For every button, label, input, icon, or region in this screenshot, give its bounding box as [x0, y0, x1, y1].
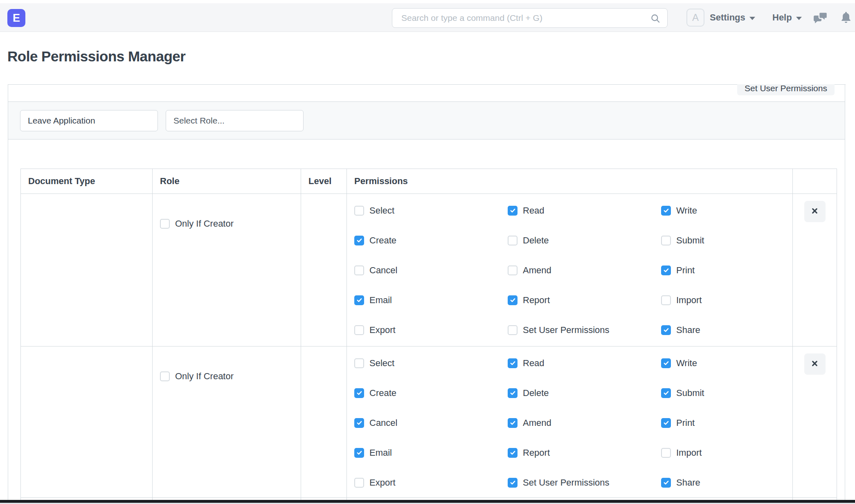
permission-checkbox-submit-label: Submit [676, 235, 704, 246]
settings-label: Settings [710, 12, 745, 23]
app-logo[interactable]: E [7, 9, 25, 27]
set-user-permissions-button[interactable]: Set User Permissions [737, 84, 835, 95]
permission-checkbox-select[interactable]: Select [354, 205, 508, 216]
checkbox-checked-icon[interactable] [354, 388, 364, 398]
permission-checkbox-delete[interactable]: Delete [508, 388, 661, 398]
checkbox-checked-icon[interactable] [661, 358, 671, 368]
role-filter-input[interactable] [166, 110, 304, 131]
global-search [392, 8, 668, 28]
column-header-level: Level [301, 169, 347, 194]
permission-checkbox-write[interactable]: Write [661, 205, 793, 216]
document-type-filter-input[interactable] [20, 110, 158, 131]
permission-checkbox-import[interactable]: Import [661, 295, 793, 306]
permission-checkbox-amend[interactable]: Amend [508, 418, 661, 428]
checkbox-unchecked-icon[interactable] [354, 206, 364, 216]
checkbox-checked-icon[interactable] [508, 206, 518, 216]
permission-checkbox-email[interactable]: Email [354, 295, 508, 306]
checkbox-checked-icon[interactable] [661, 206, 671, 216]
checkbox-unchecked-icon[interactable] [661, 448, 671, 458]
permission-checkbox-create[interactable]: Create [354, 235, 508, 246]
checkbox-checked-icon[interactable] [661, 388, 671, 398]
permission-checkbox-import-label: Import [676, 295, 702, 306]
permission-checkbox-report[interactable]: Report [508, 295, 661, 306]
bell-icon[interactable] [840, 11, 852, 26]
navbar: E A Settings Help [0, 3, 855, 32]
checkbox-unchecked-icon[interactable] [508, 266, 518, 275]
only-if-creator-checkbox[interactable]: Only If Creator [160, 371, 234, 382]
permission-checkbox-amend[interactable]: Amend [508, 265, 661, 276]
checkbox-checked-icon[interactable] [508, 478, 518, 488]
checkbox-unchecked-icon[interactable] [160, 219, 170, 229]
permission-checkbox-export[interactable]: Export [354, 325, 508, 335]
checkbox-checked-icon[interactable] [661, 478, 671, 488]
checkbox-checked-icon[interactable] [661, 266, 671, 275]
checkbox-checked-icon[interactable] [508, 358, 518, 368]
checkbox-unchecked-icon[interactable] [508, 325, 518, 335]
checkbox-unchecked-icon[interactable] [160, 371, 170, 381]
checkbox-unchecked-icon[interactable] [508, 236, 518, 245]
permission-checkbox-share[interactable]: Share [661, 325, 793, 335]
permission-checkbox-print[interactable]: Print [661, 265, 793, 276]
table-header-row: Document Type Role Level Permissions [21, 169, 837, 194]
role-cell: Only If Creator [153, 194, 301, 346]
permission-checkbox-print[interactable]: Print [661, 418, 793, 428]
actions-cell [793, 346, 837, 498]
permission-checkbox-share[interactable]: Share [661, 477, 793, 488]
permissions-cell: SelectReadWriteCreateDeleteSubmitCancelA… [347, 194, 793, 346]
permission-checkbox-cancel[interactable]: Cancel [354, 418, 508, 428]
permission-checkbox-amend-label: Amend [523, 418, 551, 428]
checkbox-checked-icon[interactable] [661, 418, 671, 428]
checkbox-checked-icon[interactable] [354, 448, 364, 458]
checkbox-checked-icon[interactable] [354, 295, 364, 305]
checkbox-checked-icon[interactable] [508, 388, 518, 398]
permission-checkbox-write[interactable]: Write [661, 358, 793, 369]
delete-row-button[interactable] [804, 353, 826, 375]
permission-checkbox-read-label: Read [523, 358, 544, 369]
permission-checkbox-submit[interactable]: Submit [661, 235, 793, 246]
checkbox-unchecked-icon[interactable] [354, 325, 364, 335]
delete-row-button[interactable] [804, 201, 826, 222]
permission-checkbox-import[interactable]: Import [661, 448, 793, 458]
checkbox-unchecked-icon[interactable] [354, 358, 364, 368]
search-input[interactable] [392, 9, 667, 27]
checkbox-checked-icon[interactable] [354, 418, 364, 428]
permission-checkbox-delete[interactable]: Delete [508, 235, 661, 246]
settings-menu[interactable]: Settings [710, 3, 755, 32]
checkbox-unchecked-icon[interactable] [661, 236, 671, 245]
avatar[interactable]: A [686, 9, 704, 27]
card-top-border [835, 84, 846, 85]
help-menu[interactable]: Help [772, 3, 802, 32]
permission-checkbox-export-label: Export [369, 325, 396, 335]
column-header-permissions: Permissions [347, 169, 793, 194]
permission-checkbox-export[interactable]: Export [354, 477, 508, 488]
permission-checkbox-create[interactable]: Create [354, 388, 508, 398]
only-if-creator-checkbox[interactable]: Only If Creator [160, 218, 234, 229]
filter-section [8, 101, 845, 140]
permission-checkbox-write-label: Write [676, 358, 697, 369]
permission-checkbox-read[interactable]: Read [508, 358, 661, 369]
checkbox-checked-icon[interactable] [508, 295, 518, 305]
checkbox-unchecked-icon[interactable] [661, 295, 671, 305]
checkbox-checked-icon[interactable] [508, 418, 518, 428]
checkbox-unchecked-icon[interactable] [354, 266, 364, 275]
avatar-letter: A [692, 12, 699, 23]
table-row: Only If CreatorSelectReadWriteCreateDele… [21, 194, 837, 346]
permission-checkbox-cancel[interactable]: Cancel [354, 265, 508, 276]
permission-checkbox-delete-label: Delete [523, 235, 549, 246]
permission-checkbox-set-user-permissions[interactable]: Set User Permissions [508, 325, 661, 335]
chat-icon[interactable] [813, 11, 828, 26]
logo-letter: E [13, 12, 20, 25]
permission-checkbox-email[interactable]: Email [354, 448, 508, 458]
permission-checkbox-select[interactable]: Select [354, 358, 508, 369]
checkbox-checked-icon[interactable] [508, 448, 518, 458]
checkbox-unchecked-icon[interactable] [354, 478, 364, 488]
permission-checkbox-read[interactable]: Read [508, 205, 661, 216]
level-cell [301, 194, 347, 346]
permission-checkbox-submit[interactable]: Submit [661, 388, 793, 398]
checkbox-checked-icon[interactable] [661, 325, 671, 335]
permissions-table-body: Only If CreatorSelectReadWriteCreateDele… [21, 194, 837, 502]
checkbox-checked-icon[interactable] [354, 236, 364, 245]
permission-checkbox-set-user-permissions[interactable]: Set User Permissions [508, 477, 661, 488]
permission-checkbox-report[interactable]: Report [508, 448, 661, 458]
permission-checkbox-select-label: Select [369, 358, 394, 369]
